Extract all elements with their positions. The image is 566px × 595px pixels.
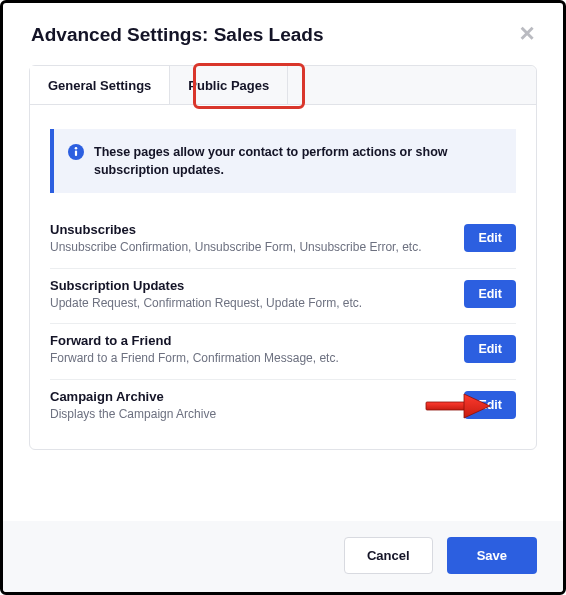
cancel-button[interactable]: Cancel bbox=[344, 537, 433, 574]
edit-button-subscription-updates[interactable]: Edit bbox=[464, 280, 516, 308]
tab-panel: General Settings Public Pages These page… bbox=[29, 65, 537, 450]
close-icon[interactable]: × bbox=[515, 23, 539, 47]
info-banner: These pages allow your contact to perfor… bbox=[50, 129, 516, 193]
modal-header: Advanced Settings: Sales Leads × bbox=[3, 3, 563, 65]
row-text: Subscription Updates Update Request, Con… bbox=[50, 278, 464, 312]
edit-button-campaign-archive[interactable]: Edit bbox=[464, 391, 516, 419]
row-subscription-updates: Subscription Updates Update Request, Con… bbox=[50, 269, 516, 325]
tab-public-pages[interactable]: Public Pages bbox=[170, 66, 288, 104]
tab-content: These pages allow your contact to perfor… bbox=[30, 105, 536, 449]
row-desc: Forward to a Friend Form, Confirmation M… bbox=[50, 351, 452, 367]
row-desc: Update Request, Confirmation Request, Up… bbox=[50, 296, 452, 312]
svg-rect-2 bbox=[75, 151, 77, 156]
row-unsubscribes: Unsubscribes Unsubscribe Confirmation, U… bbox=[50, 213, 516, 269]
modal-dialog: Advanced Settings: Sales Leads × General… bbox=[0, 0, 566, 595]
row-text: Campaign Archive Displays the Campaign A… bbox=[50, 389, 464, 423]
save-button[interactable]: Save bbox=[447, 537, 537, 574]
row-desc: Unsubscribe Confirmation, Unsubscribe Fo… bbox=[50, 240, 452, 256]
row-title: Unsubscribes bbox=[50, 222, 452, 237]
info-banner-text: These pages allow your contact to perfor… bbox=[94, 143, 500, 179]
modal-footer: Cancel Save bbox=[3, 521, 563, 592]
row-title: Campaign Archive bbox=[50, 389, 452, 404]
row-desc: Displays the Campaign Archive bbox=[50, 407, 452, 423]
row-campaign-archive: Campaign Archive Displays the Campaign A… bbox=[50, 380, 516, 435]
row-title: Forward to a Friend bbox=[50, 333, 452, 348]
edit-button-forward-to-friend[interactable]: Edit bbox=[464, 335, 516, 363]
row-forward-to-friend: Forward to a Friend Forward to a Friend … bbox=[50, 324, 516, 380]
tab-general-settings[interactable]: General Settings bbox=[30, 66, 170, 104]
info-icon bbox=[68, 144, 84, 160]
modal-body: General Settings Public Pages These page… bbox=[3, 65, 563, 521]
row-title: Subscription Updates bbox=[50, 278, 452, 293]
modal-title: Advanced Settings: Sales Leads bbox=[31, 24, 324, 46]
svg-point-1 bbox=[75, 147, 78, 150]
row-text: Unsubscribes Unsubscribe Confirmation, U… bbox=[50, 222, 464, 256]
edit-button-unsubscribes[interactable]: Edit bbox=[464, 224, 516, 252]
row-text: Forward to a Friend Forward to a Friend … bbox=[50, 333, 464, 367]
tab-bar: General Settings Public Pages bbox=[30, 66, 536, 105]
